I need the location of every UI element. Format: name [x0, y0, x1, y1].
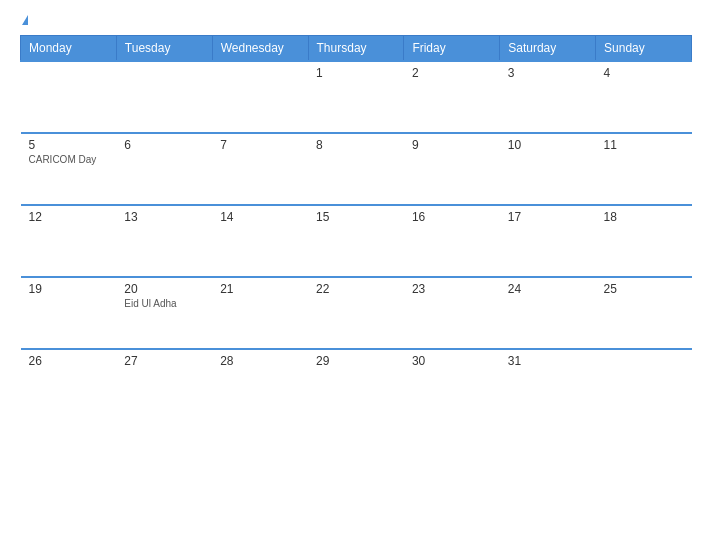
calendar-table: MondayTuesdayWednesdayThursdayFridaySatu…	[20, 35, 692, 421]
day-number: 4	[604, 66, 684, 80]
day-number: 2	[412, 66, 492, 80]
days-of-week-row: MondayTuesdayWednesdayThursdayFridaySatu…	[21, 36, 692, 62]
calendar-cell: 12	[21, 205, 117, 277]
calendar-cell: 29	[308, 349, 404, 421]
day-number: 29	[316, 354, 396, 368]
calendar-cell: 4	[596, 61, 692, 133]
day-number: 17	[508, 210, 588, 224]
day-number: 15	[316, 210, 396, 224]
calendar-cell: 31	[500, 349, 596, 421]
calendar-cell: 18	[596, 205, 692, 277]
calendar-container: MondayTuesdayWednesdayThursdayFridaySatu…	[0, 0, 712, 550]
day-number: 28	[220, 354, 300, 368]
calendar-cell: 5CARICOM Day	[21, 133, 117, 205]
day-number: 10	[508, 138, 588, 152]
calendar-cell: 27	[116, 349, 212, 421]
calendar-cell: 6	[116, 133, 212, 205]
calendar-body: 12345CARICOM Day678910111213141516171819…	[21, 61, 692, 421]
day-of-week-thursday: Thursday	[308, 36, 404, 62]
day-number: 23	[412, 282, 492, 296]
calendar-cell: 17	[500, 205, 596, 277]
day-number: 19	[29, 282, 109, 296]
calendar-cell: 24	[500, 277, 596, 349]
calendar-cell: 3	[500, 61, 596, 133]
day-number: 9	[412, 138, 492, 152]
day-number: 20	[124, 282, 204, 296]
day-number: 26	[29, 354, 109, 368]
day-of-week-monday: Monday	[21, 36, 117, 62]
calendar-cell: 23	[404, 277, 500, 349]
day-number: 31	[508, 354, 588, 368]
calendar-cell: 30	[404, 349, 500, 421]
day-number: 8	[316, 138, 396, 152]
day-number: 27	[124, 354, 204, 368]
day-number: 18	[604, 210, 684, 224]
day-number: 1	[316, 66, 396, 80]
day-number: 16	[412, 210, 492, 224]
header	[20, 15, 692, 25]
week-row-1: 1234	[21, 61, 692, 133]
calendar-cell: 13	[116, 205, 212, 277]
calendar-cell: 28	[212, 349, 308, 421]
day-number: 3	[508, 66, 588, 80]
calendar-cell: 8	[308, 133, 404, 205]
day-number: 5	[29, 138, 109, 152]
calendar-cell: 20Eid Ul Adha	[116, 277, 212, 349]
week-row-4: 1920Eid Ul Adha2122232425	[21, 277, 692, 349]
calendar-cell	[116, 61, 212, 133]
day-number: 24	[508, 282, 588, 296]
week-row-2: 5CARICOM Day67891011	[21, 133, 692, 205]
day-number: 21	[220, 282, 300, 296]
day-of-week-sunday: Sunday	[596, 36, 692, 62]
calendar-cell: 22	[308, 277, 404, 349]
calendar-cell: 9	[404, 133, 500, 205]
day-number: 12	[29, 210, 109, 224]
day-number: 25	[604, 282, 684, 296]
calendar-cell: 19	[21, 277, 117, 349]
day-number: 22	[316, 282, 396, 296]
day-of-week-tuesday: Tuesday	[116, 36, 212, 62]
day-of-week-saturday: Saturday	[500, 36, 596, 62]
day-of-week-wednesday: Wednesday	[212, 36, 308, 62]
calendar-cell: 21	[212, 277, 308, 349]
calendar-header: MondayTuesdayWednesdayThursdayFridaySatu…	[21, 36, 692, 62]
calendar-cell: 10	[500, 133, 596, 205]
event-label: Eid Ul Adha	[124, 298, 204, 309]
calendar-cell: 7	[212, 133, 308, 205]
day-number: 7	[220, 138, 300, 152]
calendar-cell: 16	[404, 205, 500, 277]
calendar-cell	[21, 61, 117, 133]
logo	[20, 15, 28, 25]
day-number: 6	[124, 138, 204, 152]
calendar-cell: 11	[596, 133, 692, 205]
day-number: 11	[604, 138, 684, 152]
week-row-3: 12131415161718	[21, 205, 692, 277]
week-row-5: 262728293031	[21, 349, 692, 421]
calendar-cell: 15	[308, 205, 404, 277]
calendar-cell	[212, 61, 308, 133]
day-of-week-friday: Friday	[404, 36, 500, 62]
day-number: 13	[124, 210, 204, 224]
day-number: 14	[220, 210, 300, 224]
calendar-cell: 26	[21, 349, 117, 421]
calendar-cell: 25	[596, 277, 692, 349]
calendar-cell: 14	[212, 205, 308, 277]
calendar-cell	[596, 349, 692, 421]
event-label: CARICOM Day	[29, 154, 109, 165]
calendar-cell: 1	[308, 61, 404, 133]
day-number: 30	[412, 354, 492, 368]
calendar-cell: 2	[404, 61, 500, 133]
logo-triangle-icon	[22, 15, 28, 25]
